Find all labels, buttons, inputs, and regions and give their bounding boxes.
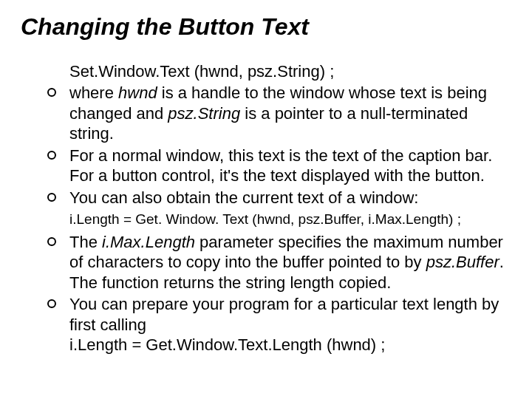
bullet-normal-window: For a normal window, this text is the te… [21,146,511,186]
bullet-list-2: The i.Max.Length parameter specifies the… [21,232,511,355]
code-line-setwindowtext: Set.Window.Text (hwnd, psz.String) ; [69,61,511,82]
bullet-obtain-current-text: You can also obtain the current text of … [21,188,511,208]
italic-pszbuffer: psz.Buffer [426,253,499,271]
italic-hwnd: hwnd [118,83,157,102]
code-line-getwindowtext: i.Length = Get. Window. Text (hwnd, psz.… [69,211,511,229]
text: where [69,83,118,102]
bullet-list: where hwnd is a handle to the window who… [21,83,511,208]
text: The [69,233,102,251]
bullet-imaxlength: The i.Max.Length parameter specifies the… [21,232,511,293]
bullet-where-hwnd: where hwnd is a handle to the window who… [21,83,511,144]
italic-imaxlength: i.Max.Length [102,233,195,251]
slide: Changing the Button Text Set.Window.Text… [0,0,532,399]
code-line-getwindowtextlength: i.Length = Get.Window.Text.Length (hwnd)… [69,335,385,354]
bullet-prepare-program: You can prepare your program for a parti… [21,294,511,355]
italic-pszstring: psz.String [168,104,240,123]
text: You can prepare your program for a parti… [69,295,499,334]
slide-title: Changing the Button Text [21,13,511,41]
